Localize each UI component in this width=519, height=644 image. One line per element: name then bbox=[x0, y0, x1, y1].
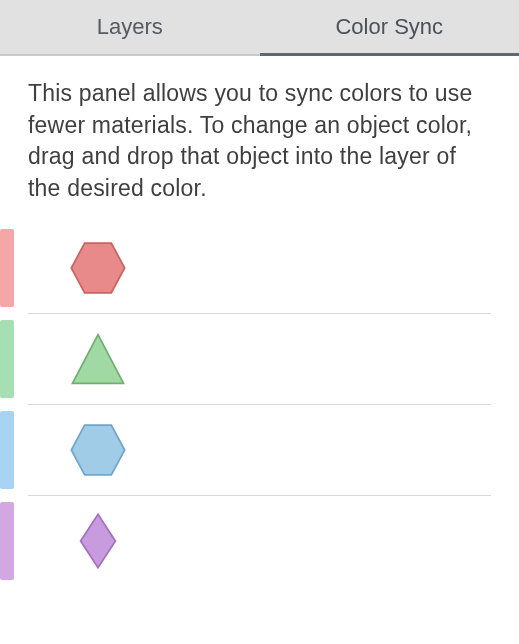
color-sync-panel: This panel allows you to sync colors to … bbox=[0, 56, 519, 596]
swatch-green bbox=[0, 320, 14, 398]
color-rows bbox=[28, 223, 491, 586]
svg-marker-0 bbox=[71, 243, 124, 293]
swatch-blue bbox=[0, 411, 14, 489]
panel-description: This panel allows you to sync colors to … bbox=[28, 78, 491, 205]
hexagon-icon bbox=[69, 239, 127, 297]
tab-layers-label: Layers bbox=[97, 14, 163, 40]
shape-diamond-purple[interactable] bbox=[66, 509, 130, 573]
color-row[interactable] bbox=[28, 314, 491, 405]
svg-marker-6 bbox=[81, 514, 116, 567]
tab-layers[interactable]: Layers bbox=[0, 0, 260, 54]
shape-hexagon-pink[interactable] bbox=[66, 236, 130, 300]
tab-color-sync[interactable]: Color Sync bbox=[260, 0, 520, 54]
shape-triangle-green[interactable] bbox=[66, 327, 130, 391]
tab-bar: Layers Color Sync bbox=[0, 0, 519, 56]
hexagon-icon bbox=[69, 421, 127, 479]
color-row[interactable] bbox=[28, 496, 491, 586]
svg-marker-2 bbox=[72, 335, 123, 384]
swatch-pink bbox=[0, 229, 14, 307]
swatch-purple bbox=[0, 502, 14, 580]
color-row[interactable] bbox=[28, 223, 491, 314]
tab-color-sync-label: Color Sync bbox=[335, 14, 443, 40]
diamond-icon bbox=[69, 512, 127, 570]
color-row[interactable] bbox=[28, 405, 491, 496]
svg-marker-4 bbox=[71, 425, 124, 475]
triangle-icon bbox=[69, 330, 127, 388]
shape-hexagon-blue[interactable] bbox=[66, 418, 130, 482]
